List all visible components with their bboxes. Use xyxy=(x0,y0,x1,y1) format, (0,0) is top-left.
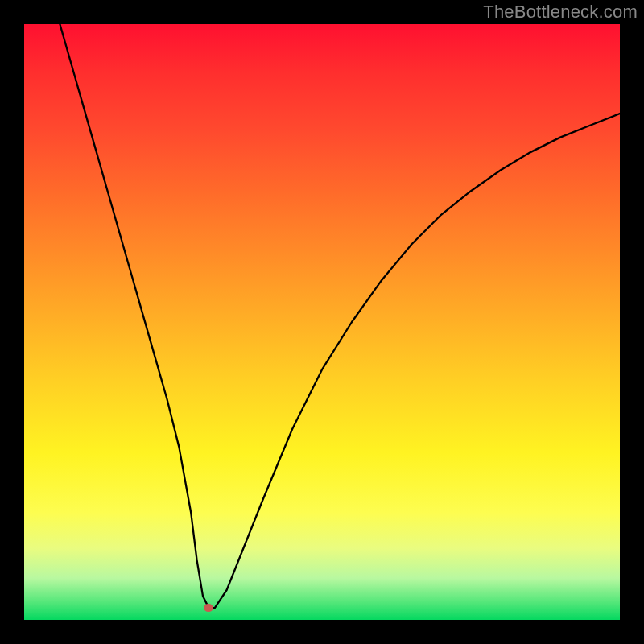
watermark-text: TheBottleneck.com xyxy=(483,2,638,23)
bottleneck-curve xyxy=(60,24,620,608)
curve-svg xyxy=(24,24,620,620)
chart-frame: TheBottleneck.com xyxy=(0,0,644,644)
plot-area xyxy=(24,24,620,620)
optimal-point-marker xyxy=(204,604,213,612)
